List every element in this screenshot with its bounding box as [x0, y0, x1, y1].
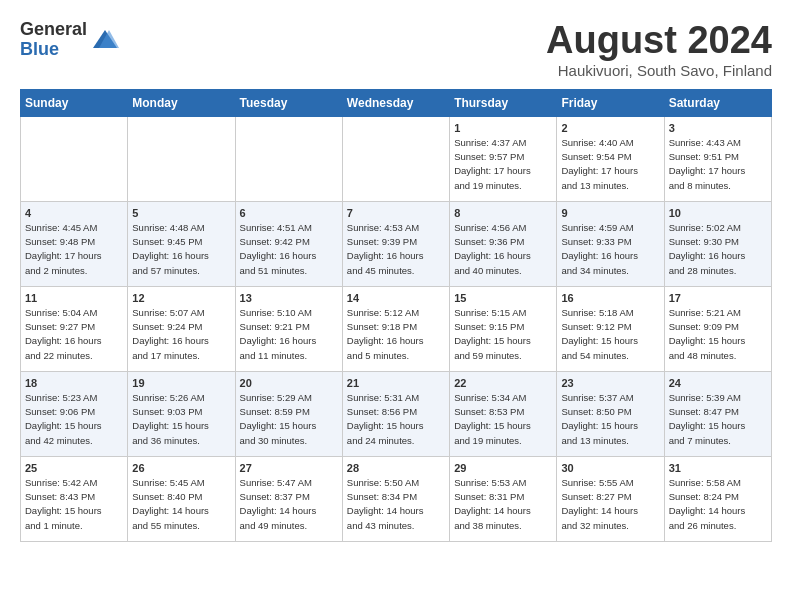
day-number: 8 [454, 207, 552, 219]
calendar-cell: 22Sunrise: 5:34 AM Sunset: 8:53 PM Dayli… [450, 371, 557, 456]
day-info: Sunrise: 4:53 AM Sunset: 9:39 PM Dayligh… [347, 221, 445, 278]
day-info: Sunrise: 5:39 AM Sunset: 8:47 PM Dayligh… [669, 391, 767, 448]
day-info: Sunrise: 4:51 AM Sunset: 9:42 PM Dayligh… [240, 221, 338, 278]
logo-blue-text: Blue [20, 40, 87, 60]
day-number: 30 [561, 462, 659, 474]
day-info: Sunrise: 5:53 AM Sunset: 8:31 PM Dayligh… [454, 476, 552, 533]
day-number: 11 [25, 292, 123, 304]
day-info: Sunrise: 4:43 AM Sunset: 9:51 PM Dayligh… [669, 136, 767, 193]
day-number: 20 [240, 377, 338, 389]
calendar-cell: 9Sunrise: 4:59 AM Sunset: 9:33 PM Daylig… [557, 201, 664, 286]
day-number: 10 [669, 207, 767, 219]
calendar-cell: 13Sunrise: 5:10 AM Sunset: 9:21 PM Dayli… [235, 286, 342, 371]
calendar-cell: 30Sunrise: 5:55 AM Sunset: 8:27 PM Dayli… [557, 456, 664, 541]
calendar-week-3: 11Sunrise: 5:04 AM Sunset: 9:27 PM Dayli… [21, 286, 772, 371]
header-thursday: Thursday [450, 89, 557, 116]
month-year-title: August 2024 [546, 20, 772, 62]
day-number: 21 [347, 377, 445, 389]
calendar-cell: 15Sunrise: 5:15 AM Sunset: 9:15 PM Dayli… [450, 286, 557, 371]
calendar-cell: 3Sunrise: 4:43 AM Sunset: 9:51 PM Daylig… [664, 116, 771, 201]
calendar-cell: 31Sunrise: 5:58 AM Sunset: 8:24 PM Dayli… [664, 456, 771, 541]
calendar-table: SundayMondayTuesdayWednesdayThursdayFrid… [20, 89, 772, 542]
calendar-cell: 17Sunrise: 5:21 AM Sunset: 9:09 PM Dayli… [664, 286, 771, 371]
calendar-cell [342, 116, 449, 201]
calendar-cell: 6Sunrise: 4:51 AM Sunset: 9:42 PM Daylig… [235, 201, 342, 286]
day-info: Sunrise: 5:12 AM Sunset: 9:18 PM Dayligh… [347, 306, 445, 363]
calendar-cell: 1Sunrise: 4:37 AM Sunset: 9:57 PM Daylig… [450, 116, 557, 201]
day-info: Sunrise: 5:07 AM Sunset: 9:24 PM Dayligh… [132, 306, 230, 363]
day-number: 12 [132, 292, 230, 304]
day-info: Sunrise: 5:21 AM Sunset: 9:09 PM Dayligh… [669, 306, 767, 363]
calendar-week-4: 18Sunrise: 5:23 AM Sunset: 9:06 PM Dayli… [21, 371, 772, 456]
day-number: 18 [25, 377, 123, 389]
day-number: 15 [454, 292, 552, 304]
day-number: 31 [669, 462, 767, 474]
day-info: Sunrise: 5:31 AM Sunset: 8:56 PM Dayligh… [347, 391, 445, 448]
calendar-week-1: 1Sunrise: 4:37 AM Sunset: 9:57 PM Daylig… [21, 116, 772, 201]
location-subtitle: Haukivuori, South Savo, Finland [546, 62, 772, 79]
calendar-cell: 29Sunrise: 5:53 AM Sunset: 8:31 PM Dayli… [450, 456, 557, 541]
day-number: 4 [25, 207, 123, 219]
day-number: 16 [561, 292, 659, 304]
calendar-cell: 8Sunrise: 4:56 AM Sunset: 9:36 PM Daylig… [450, 201, 557, 286]
day-number: 26 [132, 462, 230, 474]
day-number: 25 [25, 462, 123, 474]
day-number: 29 [454, 462, 552, 474]
day-info: Sunrise: 5:04 AM Sunset: 9:27 PM Dayligh… [25, 306, 123, 363]
day-number: 1 [454, 122, 552, 134]
header-tuesday: Tuesday [235, 89, 342, 116]
calendar-cell: 16Sunrise: 5:18 AM Sunset: 9:12 PM Dayli… [557, 286, 664, 371]
logo: General Blue [20, 20, 119, 60]
day-info: Sunrise: 5:29 AM Sunset: 8:59 PM Dayligh… [240, 391, 338, 448]
header-sunday: Sunday [21, 89, 128, 116]
day-number: 7 [347, 207, 445, 219]
calendar-cell: 4Sunrise: 4:45 AM Sunset: 9:48 PM Daylig… [21, 201, 128, 286]
calendar-cell: 11Sunrise: 5:04 AM Sunset: 9:27 PM Dayli… [21, 286, 128, 371]
calendar-cell: 25Sunrise: 5:42 AM Sunset: 8:43 PM Dayli… [21, 456, 128, 541]
day-info: Sunrise: 5:10 AM Sunset: 9:21 PM Dayligh… [240, 306, 338, 363]
day-number: 14 [347, 292, 445, 304]
header-friday: Friday [557, 89, 664, 116]
calendar-cell: 27Sunrise: 5:47 AM Sunset: 8:37 PM Dayli… [235, 456, 342, 541]
calendar-cell: 20Sunrise: 5:29 AM Sunset: 8:59 PM Dayli… [235, 371, 342, 456]
day-info: Sunrise: 5:26 AM Sunset: 9:03 PM Dayligh… [132, 391, 230, 448]
logo-icon [91, 26, 119, 54]
calendar-cell: 12Sunrise: 5:07 AM Sunset: 9:24 PM Dayli… [128, 286, 235, 371]
day-number: 27 [240, 462, 338, 474]
header-wednesday: Wednesday [342, 89, 449, 116]
calendar-cell [21, 116, 128, 201]
header-monday: Monday [128, 89, 235, 116]
day-number: 6 [240, 207, 338, 219]
calendar-cell [128, 116, 235, 201]
day-number: 2 [561, 122, 659, 134]
day-info: Sunrise: 5:02 AM Sunset: 9:30 PM Dayligh… [669, 221, 767, 278]
day-info: Sunrise: 5:45 AM Sunset: 8:40 PM Dayligh… [132, 476, 230, 533]
day-number: 22 [454, 377, 552, 389]
day-info: Sunrise: 4:48 AM Sunset: 9:45 PM Dayligh… [132, 221, 230, 278]
day-info: Sunrise: 5:47 AM Sunset: 8:37 PM Dayligh… [240, 476, 338, 533]
header-saturday: Saturday [664, 89, 771, 116]
day-info: Sunrise: 5:58 AM Sunset: 8:24 PM Dayligh… [669, 476, 767, 533]
day-number: 23 [561, 377, 659, 389]
calendar-cell [235, 116, 342, 201]
calendar-cell: 28Sunrise: 5:50 AM Sunset: 8:34 PM Dayli… [342, 456, 449, 541]
title-section: August 2024 Haukivuori, South Savo, Finl… [546, 20, 772, 79]
day-info: Sunrise: 5:37 AM Sunset: 8:50 PM Dayligh… [561, 391, 659, 448]
day-number: 13 [240, 292, 338, 304]
calendar-cell: 5Sunrise: 4:48 AM Sunset: 9:45 PM Daylig… [128, 201, 235, 286]
calendar-week-5: 25Sunrise: 5:42 AM Sunset: 8:43 PM Dayli… [21, 456, 772, 541]
calendar-cell: 23Sunrise: 5:37 AM Sunset: 8:50 PM Dayli… [557, 371, 664, 456]
day-info: Sunrise: 5:18 AM Sunset: 9:12 PM Dayligh… [561, 306, 659, 363]
day-info: Sunrise: 5:34 AM Sunset: 8:53 PM Dayligh… [454, 391, 552, 448]
calendar-cell: 21Sunrise: 5:31 AM Sunset: 8:56 PM Dayli… [342, 371, 449, 456]
day-info: Sunrise: 4:37 AM Sunset: 9:57 PM Dayligh… [454, 136, 552, 193]
day-info: Sunrise: 4:56 AM Sunset: 9:36 PM Dayligh… [454, 221, 552, 278]
day-number: 28 [347, 462, 445, 474]
day-number: 24 [669, 377, 767, 389]
calendar-header-row: SundayMondayTuesdayWednesdayThursdayFrid… [21, 89, 772, 116]
calendar-cell: 18Sunrise: 5:23 AM Sunset: 9:06 PM Dayli… [21, 371, 128, 456]
day-number: 5 [132, 207, 230, 219]
calendar-cell: 26Sunrise: 5:45 AM Sunset: 8:40 PM Dayli… [128, 456, 235, 541]
day-info: Sunrise: 5:42 AM Sunset: 8:43 PM Dayligh… [25, 476, 123, 533]
calendar-cell: 19Sunrise: 5:26 AM Sunset: 9:03 PM Dayli… [128, 371, 235, 456]
